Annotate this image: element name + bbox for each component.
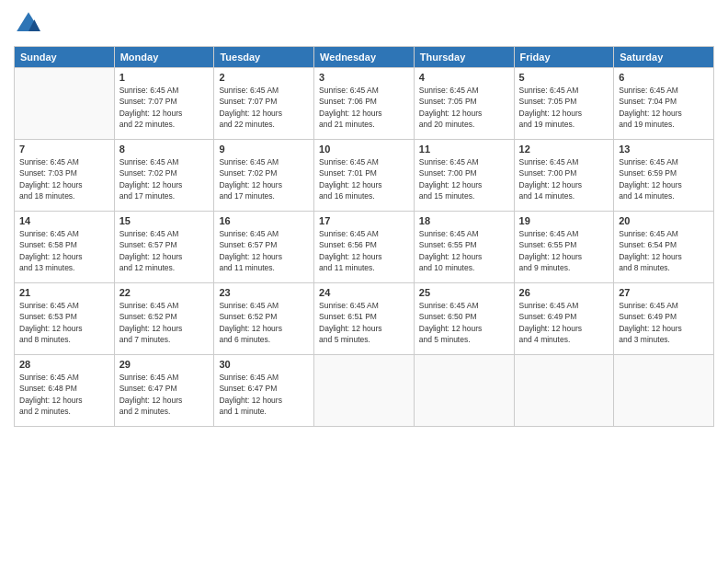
day-number: 7	[19, 144, 109, 155]
day-number: 8	[119, 144, 210, 155]
calendar-cell: 28Sunrise: 6:45 AM Sunset: 6:48 PM Dayli…	[15, 355, 115, 427]
day-number: 11	[419, 144, 509, 155]
calendar-cell: 4Sunrise: 6:45 AM Sunset: 7:05 PM Daylig…	[414, 68, 514, 140]
day-info: Sunrise: 6:45 AM Sunset: 7:00 PM Dayligh…	[519, 156, 609, 201]
day-info: Sunrise: 6:45 AM Sunset: 6:55 PM Dayligh…	[419, 228, 509, 273]
calendar-cell: 14Sunrise: 6:45 AM Sunset: 6:58 PM Dayli…	[15, 212, 115, 283]
day-info: Sunrise: 6:45 AM Sunset: 6:53 PM Dayligh…	[19, 300, 109, 345]
calendar-cell: 17Sunrise: 6:45 AM Sunset: 6:56 PM Dayli…	[314, 212, 415, 283]
day-number: 29	[119, 359, 210, 370]
weekday-header: Sunday	[15, 47, 115, 68]
day-number: 17	[319, 215, 409, 226]
calendar-cell: 2Sunrise: 6:45 AM Sunset: 7:07 PM Daylig…	[214, 68, 314, 140]
day-number: 14	[19, 215, 109, 226]
day-number: 18	[419, 215, 509, 226]
logo-icon	[14, 9, 43, 39]
calendar-cell: 10Sunrise: 6:45 AM Sunset: 7:01 PM Dayli…	[314, 140, 415, 212]
calendar-cell: 12Sunrise: 6:45 AM Sunset: 7:00 PM Dayli…	[514, 140, 614, 212]
day-number: 19	[519, 215, 609, 226]
calendar-cell	[414, 355, 514, 427]
day-info: Sunrise: 6:45 AM Sunset: 6:51 PM Dayligh…	[319, 300, 409, 345]
day-number: 21	[19, 287, 109, 298]
calendar-cell: 15Sunrise: 6:45 AM Sunset: 6:57 PM Dayli…	[114, 212, 214, 283]
calendar-week-row: 28Sunrise: 6:45 AM Sunset: 6:48 PM Dayli…	[15, 355, 714, 427]
calendar-week-row: 14Sunrise: 6:45 AM Sunset: 6:58 PM Dayli…	[15, 212, 714, 283]
calendar-cell: 5Sunrise: 6:45 AM Sunset: 7:05 PM Daylig…	[514, 68, 614, 140]
day-number: 16	[219, 215, 309, 226]
calendar-cell: 9Sunrise: 6:45 AM Sunset: 7:02 PM Daylig…	[214, 140, 314, 212]
weekday-header: Saturday	[614, 47, 714, 68]
day-number: 15	[119, 215, 210, 226]
day-number: 4	[419, 72, 509, 83]
calendar-cell: 11Sunrise: 6:45 AM Sunset: 7:00 PM Dayli…	[414, 140, 514, 212]
day-number: 26	[519, 287, 609, 298]
day-number: 22	[119, 287, 210, 298]
calendar-header-row: SundayMondayTuesdayWednesdayThursdayFrid…	[15, 47, 714, 68]
day-info: Sunrise: 6:45 AM Sunset: 7:03 PM Dayligh…	[19, 156, 109, 201]
calendar-cell: 26Sunrise: 6:45 AM Sunset: 6:49 PM Dayli…	[514, 283, 614, 355]
day-number: 13	[619, 144, 709, 155]
day-number: 2	[219, 72, 309, 83]
page: SundayMondayTuesdayWednesdayThursdayFrid…	[0, 0, 728, 563]
day-info: Sunrise: 6:45 AM Sunset: 6:57 PM Dayligh…	[119, 228, 210, 273]
day-info: Sunrise: 6:45 AM Sunset: 6:57 PM Dayligh…	[219, 228, 309, 273]
calendar-cell: 1Sunrise: 6:45 AM Sunset: 7:07 PM Daylig…	[114, 68, 214, 140]
calendar-cell: 20Sunrise: 6:45 AM Sunset: 6:54 PM Dayli…	[614, 212, 714, 283]
calendar-cell: 6Sunrise: 6:45 AM Sunset: 7:04 PM Daylig…	[614, 68, 714, 140]
day-number: 20	[619, 215, 709, 226]
logo	[14, 9, 47, 39]
day-info: Sunrise: 6:45 AM Sunset: 7:04 PM Dayligh…	[619, 85, 709, 130]
calendar-cell: 7Sunrise: 6:45 AM Sunset: 7:03 PM Daylig…	[15, 140, 115, 212]
day-info: Sunrise: 6:45 AM Sunset: 6:47 PM Dayligh…	[219, 372, 309, 417]
weekday-header: Thursday	[414, 47, 514, 68]
day-info: Sunrise: 6:45 AM Sunset: 7:07 PM Dayligh…	[219, 85, 309, 130]
day-info: Sunrise: 6:45 AM Sunset: 7:00 PM Dayligh…	[419, 156, 509, 201]
day-info: Sunrise: 6:45 AM Sunset: 6:49 PM Dayligh…	[519, 300, 609, 345]
day-number: 6	[619, 72, 709, 83]
day-info: Sunrise: 6:45 AM Sunset: 6:56 PM Dayligh…	[319, 228, 409, 273]
day-info: Sunrise: 6:45 AM Sunset: 6:59 PM Dayligh…	[619, 156, 709, 201]
day-info: Sunrise: 6:45 AM Sunset: 7:05 PM Dayligh…	[519, 85, 609, 130]
header	[14, 9, 714, 39]
calendar-cell: 25Sunrise: 6:45 AM Sunset: 6:50 PM Dayli…	[414, 283, 514, 355]
day-number: 1	[119, 72, 210, 83]
day-info: Sunrise: 6:45 AM Sunset: 7:07 PM Dayligh…	[119, 85, 210, 130]
calendar-cell: 30Sunrise: 6:45 AM Sunset: 6:47 PM Dayli…	[214, 355, 314, 427]
calendar-cell	[614, 355, 714, 427]
day-info: Sunrise: 6:45 AM Sunset: 7:05 PM Dayligh…	[419, 85, 509, 130]
day-info: Sunrise: 6:45 AM Sunset: 6:54 PM Dayligh…	[619, 228, 709, 273]
calendar-cell: 24Sunrise: 6:45 AM Sunset: 6:51 PM Dayli…	[314, 283, 415, 355]
day-number: 25	[419, 287, 509, 298]
day-number: 3	[319, 72, 409, 83]
day-number: 5	[519, 72, 609, 83]
day-number: 10	[319, 144, 409, 155]
day-info: Sunrise: 6:45 AM Sunset: 6:52 PM Dayligh…	[219, 300, 309, 345]
calendar-cell: 3Sunrise: 6:45 AM Sunset: 7:06 PM Daylig…	[314, 68, 415, 140]
day-info: Sunrise: 6:45 AM Sunset: 6:52 PM Dayligh…	[119, 300, 210, 345]
weekday-header: Tuesday	[214, 47, 314, 68]
calendar-cell: 8Sunrise: 6:45 AM Sunset: 7:02 PM Daylig…	[114, 140, 214, 212]
calendar-cell	[15, 68, 115, 140]
calendar-cell: 16Sunrise: 6:45 AM Sunset: 6:57 PM Dayli…	[214, 212, 314, 283]
day-number: 9	[219, 144, 309, 155]
day-info: Sunrise: 6:45 AM Sunset: 7:02 PM Dayligh…	[219, 156, 309, 201]
day-number: 23	[219, 287, 309, 298]
calendar-week-row: 7Sunrise: 6:45 AM Sunset: 7:03 PM Daylig…	[15, 140, 714, 212]
weekday-header: Friday	[514, 47, 614, 68]
calendar-cell: 29Sunrise: 6:45 AM Sunset: 6:47 PM Dayli…	[114, 355, 214, 427]
calendar-table: SundayMondayTuesdayWednesdayThursdayFrid…	[14, 46, 714, 427]
day-info: Sunrise: 6:45 AM Sunset: 6:48 PM Dayligh…	[19, 372, 109, 417]
day-info: Sunrise: 6:45 AM Sunset: 6:47 PM Dayligh…	[119, 372, 210, 417]
day-number: 28	[19, 359, 109, 370]
calendar-cell: 21Sunrise: 6:45 AM Sunset: 6:53 PM Dayli…	[15, 283, 115, 355]
calendar-cell: 13Sunrise: 6:45 AM Sunset: 6:59 PM Dayli…	[614, 140, 714, 212]
day-info: Sunrise: 6:45 AM Sunset: 7:02 PM Dayligh…	[119, 156, 210, 201]
day-info: Sunrise: 6:45 AM Sunset: 6:58 PM Dayligh…	[19, 228, 109, 273]
day-number: 24	[319, 287, 409, 298]
calendar-cell	[314, 355, 415, 427]
day-number: 27	[619, 287, 709, 298]
day-info: Sunrise: 6:45 AM Sunset: 7:06 PM Dayligh…	[319, 85, 409, 130]
weekday-header: Wednesday	[314, 47, 415, 68]
day-number: 12	[519, 144, 609, 155]
calendar-body: 1Sunrise: 6:45 AM Sunset: 7:07 PM Daylig…	[15, 68, 714, 427]
